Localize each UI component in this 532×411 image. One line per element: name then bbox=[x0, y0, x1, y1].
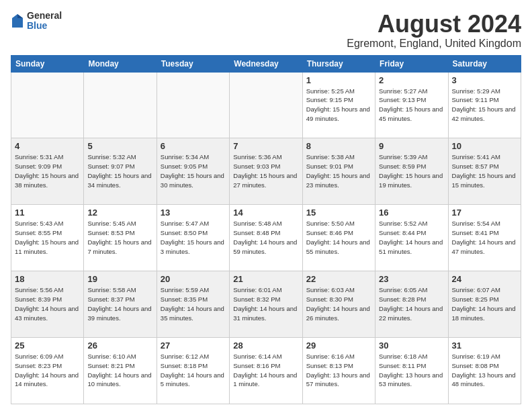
day-number: 29 bbox=[306, 340, 371, 351]
day-number: 8 bbox=[306, 141, 371, 151]
day-info: Sunrise: 6:01 AM Sunset: 8:32 PM Dayligh… bbox=[233, 285, 298, 322]
svg-marker-1 bbox=[17, 14, 23, 18]
day-info: Sunrise: 5:58 AM Sunset: 8:37 PM Dayligh… bbox=[87, 285, 152, 322]
day-cell: 8Sunrise: 5:38 AM Sunset: 9:01 PM Daylig… bbox=[302, 138, 375, 205]
day-number: 2 bbox=[379, 75, 444, 85]
day-info: Sunrise: 5:52 AM Sunset: 8:44 PM Dayligh… bbox=[379, 219, 444, 256]
day-cell: 18Sunrise: 5:56 AM Sunset: 8:39 PM Dayli… bbox=[11, 271, 84, 338]
day-cell: 23Sunrise: 6:05 AM Sunset: 8:28 PM Dayli… bbox=[375, 271, 448, 338]
day-number: 30 bbox=[379, 340, 444, 351]
day-number: 23 bbox=[379, 274, 444, 284]
day-info: Sunrise: 5:29 AM Sunset: 9:11 PM Dayligh… bbox=[452, 87, 517, 124]
day-cell: 11Sunrise: 5:43 AM Sunset: 8:55 PM Dayli… bbox=[11, 205, 84, 271]
day-number: 14 bbox=[233, 208, 298, 218]
logo-icon bbox=[11, 13, 24, 29]
day-cell: 28Sunrise: 6:14 AM Sunset: 8:16 PM Dayli… bbox=[230, 338, 302, 404]
col-wednesday: Wednesday bbox=[230, 55, 302, 72]
day-cell: 10Sunrise: 5:41 AM Sunset: 8:57 PM Dayli… bbox=[448, 138, 521, 205]
day-cell: 27Sunrise: 6:12 AM Sunset: 8:18 PM Dayli… bbox=[157, 338, 229, 404]
title-block: August 2024 Egremont, England, United Ki… bbox=[347, 11, 521, 50]
day-number: 16 bbox=[379, 208, 444, 218]
main-title: August 2024 bbox=[347, 11, 521, 38]
day-cell bbox=[11, 72, 84, 138]
day-cell: 17Sunrise: 5:54 AM Sunset: 8:41 PM Dayli… bbox=[448, 205, 521, 271]
day-number: 4 bbox=[15, 141, 80, 151]
day-cell bbox=[230, 72, 302, 138]
day-info: Sunrise: 6:09 AM Sunset: 8:23 PM Dayligh… bbox=[15, 352, 80, 389]
calendar-table: Sunday Monday Tuesday Wednesday Thursday… bbox=[11, 55, 521, 404]
day-info: Sunrise: 5:25 AM Sunset: 9:15 PM Dayligh… bbox=[306, 87, 371, 124]
day-info: Sunrise: 6:10 AM Sunset: 8:21 PM Dayligh… bbox=[87, 352, 152, 389]
day-number: 24 bbox=[452, 274, 517, 284]
day-info: Sunrise: 5:39 AM Sunset: 8:59 PM Dayligh… bbox=[379, 152, 444, 189]
day-info: Sunrise: 5:36 AM Sunset: 9:03 PM Dayligh… bbox=[233, 152, 298, 189]
day-cell: 6Sunrise: 5:34 AM Sunset: 9:05 PM Daylig… bbox=[157, 138, 229, 205]
day-cell: 1Sunrise: 5:25 AM Sunset: 9:15 PM Daylig… bbox=[302, 72, 375, 138]
day-info: Sunrise: 6:18 AM Sunset: 8:11 PM Dayligh… bbox=[379, 352, 444, 389]
day-number: 21 bbox=[233, 274, 298, 284]
day-cell: 25Sunrise: 6:09 AM Sunset: 8:23 PM Dayli… bbox=[11, 338, 84, 404]
day-number: 1 bbox=[306, 75, 371, 85]
day-info: Sunrise: 5:45 AM Sunset: 8:53 PM Dayligh… bbox=[87, 219, 152, 256]
day-info: Sunrise: 5:54 AM Sunset: 8:41 PM Dayligh… bbox=[452, 219, 517, 256]
day-number: 31 bbox=[452, 340, 517, 351]
day-cell: 20Sunrise: 5:59 AM Sunset: 8:35 PM Dayli… bbox=[157, 271, 229, 338]
col-sunday: Sunday bbox=[11, 55, 84, 72]
day-number: 27 bbox=[161, 340, 226, 351]
day-number: 19 bbox=[87, 274, 152, 284]
day-cell: 16Sunrise: 5:52 AM Sunset: 8:44 PM Dayli… bbox=[375, 205, 448, 271]
day-info: Sunrise: 6:07 AM Sunset: 8:25 PM Dayligh… bbox=[452, 285, 517, 322]
col-saturday: Saturday bbox=[448, 55, 521, 72]
day-info: Sunrise: 5:27 AM Sunset: 9:13 PM Dayligh… bbox=[379, 87, 444, 124]
page: General Blue August 2024 Egremont, Engla… bbox=[0, 0, 532, 411]
day-info: Sunrise: 5:50 AM Sunset: 8:46 PM Dayligh… bbox=[306, 219, 371, 256]
day-number: 28 bbox=[233, 340, 298, 351]
day-number: 9 bbox=[379, 141, 444, 151]
day-info: Sunrise: 5:38 AM Sunset: 9:01 PM Dayligh… bbox=[306, 152, 371, 189]
day-cell: 30Sunrise: 6:18 AM Sunset: 8:11 PM Dayli… bbox=[375, 338, 448, 404]
day-cell: 21Sunrise: 6:01 AM Sunset: 8:32 PM Dayli… bbox=[230, 271, 302, 338]
subtitle: Egremont, England, United Kingdom bbox=[347, 38, 521, 50]
day-cell: 9Sunrise: 5:39 AM Sunset: 8:59 PM Daylig… bbox=[375, 138, 448, 205]
day-cell: 4Sunrise: 5:31 AM Sunset: 9:09 PM Daylig… bbox=[11, 138, 84, 205]
day-info: Sunrise: 6:05 AM Sunset: 8:28 PM Dayligh… bbox=[379, 285, 444, 322]
day-cell: 2Sunrise: 5:27 AM Sunset: 9:13 PM Daylig… bbox=[375, 72, 448, 138]
day-number: 5 bbox=[87, 141, 152, 151]
day-cell: 3Sunrise: 5:29 AM Sunset: 9:11 PM Daylig… bbox=[448, 72, 521, 138]
logo-blue-text: Blue bbox=[27, 21, 62, 31]
day-info: Sunrise: 6:14 AM Sunset: 8:16 PM Dayligh… bbox=[233, 352, 298, 389]
day-cell: 19Sunrise: 5:58 AM Sunset: 8:37 PM Dayli… bbox=[84, 271, 157, 338]
day-cell: 5Sunrise: 5:32 AM Sunset: 9:07 PM Daylig… bbox=[84, 138, 157, 205]
day-number: 17 bbox=[452, 208, 517, 218]
day-info: Sunrise: 5:48 AM Sunset: 8:48 PM Dayligh… bbox=[233, 219, 298, 256]
logo-general-text: General bbox=[27, 11, 62, 21]
col-tuesday: Tuesday bbox=[157, 55, 229, 72]
logo: General Blue bbox=[11, 11, 62, 32]
day-info: Sunrise: 5:41 AM Sunset: 8:57 PM Dayligh… bbox=[452, 152, 517, 189]
day-cell: 24Sunrise: 6:07 AM Sunset: 8:25 PM Dayli… bbox=[448, 271, 521, 338]
day-number: 3 bbox=[452, 75, 517, 85]
day-cell: 26Sunrise: 6:10 AM Sunset: 8:21 PM Dayli… bbox=[84, 338, 157, 404]
logo-text: General Blue bbox=[27, 11, 62, 32]
day-info: Sunrise: 5:56 AM Sunset: 8:39 PM Dayligh… bbox=[15, 285, 80, 322]
day-info: Sunrise: 5:59 AM Sunset: 8:35 PM Dayligh… bbox=[161, 285, 226, 322]
day-cell: 7Sunrise: 5:36 AM Sunset: 9:03 PM Daylig… bbox=[230, 138, 302, 205]
week-row-3: 11Sunrise: 5:43 AM Sunset: 8:55 PM Dayli… bbox=[11, 205, 521, 271]
day-cell: 22Sunrise: 6:03 AM Sunset: 8:30 PM Dayli… bbox=[302, 271, 375, 338]
day-info: Sunrise: 6:12 AM Sunset: 8:18 PM Dayligh… bbox=[161, 352, 226, 389]
day-info: Sunrise: 6:19 AM Sunset: 8:08 PM Dayligh… bbox=[452, 352, 517, 389]
day-cell: 12Sunrise: 5:45 AM Sunset: 8:53 PM Dayli… bbox=[84, 205, 157, 271]
day-number: 20 bbox=[161, 274, 226, 284]
day-number: 22 bbox=[306, 274, 371, 284]
day-info: Sunrise: 5:43 AM Sunset: 8:55 PM Dayligh… bbox=[15, 219, 80, 256]
day-cell: 13Sunrise: 5:47 AM Sunset: 8:50 PM Dayli… bbox=[157, 205, 229, 271]
day-number: 13 bbox=[161, 208, 226, 218]
day-cell bbox=[157, 72, 229, 138]
week-row-2: 4Sunrise: 5:31 AM Sunset: 9:09 PM Daylig… bbox=[11, 138, 521, 205]
day-cell: 29Sunrise: 6:16 AM Sunset: 8:13 PM Dayli… bbox=[302, 338, 375, 404]
day-info: Sunrise: 5:34 AM Sunset: 9:05 PM Dayligh… bbox=[161, 152, 226, 189]
day-cell: 14Sunrise: 5:48 AM Sunset: 8:48 PM Dayli… bbox=[230, 205, 302, 271]
day-info: Sunrise: 6:16 AM Sunset: 8:13 PM Dayligh… bbox=[306, 352, 371, 389]
day-info: Sunrise: 5:31 AM Sunset: 9:09 PM Dayligh… bbox=[15, 152, 80, 189]
day-number: 10 bbox=[452, 141, 517, 151]
